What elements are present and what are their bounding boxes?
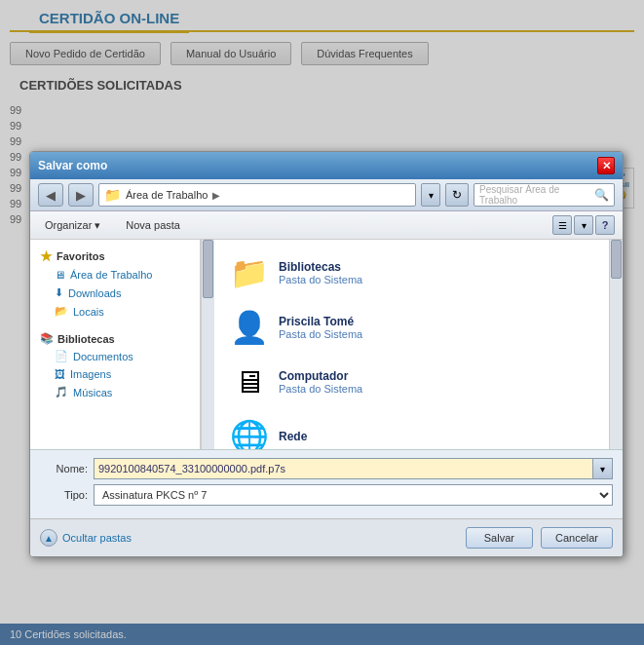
file-item-type: Pasta do Sistema <box>279 328 362 340</box>
type-label: Tipo: <box>40 489 94 501</box>
organizar-button[interactable]: Organizar ▾ <box>38 216 107 235</box>
nova-pasta-label: Nova pasta <box>126 219 180 231</box>
type-select[interactable]: Assinatura PKCS nº 7 <box>94 484 613 506</box>
name-input[interactable] <box>94 458 593 479</box>
sidebar-item-downloads[interactable]: ⬇ Downloads <box>30 284 200 302</box>
file-item-priscila[interactable]: 👤 Priscila Tomé Pasta do Sistema <box>224 304 599 351</box>
help-button[interactable]: ? <box>595 215 615 235</box>
file-item-type: Pasta do Sistema <box>279 274 362 285</box>
documentos-icon: 📄 <box>55 350 68 362</box>
file-sidebar: ★ Favoritos 🖥 Área de Trabalho ⬇ Downloa… <box>30 240 201 449</box>
sidebar-downloads-label: Downloads <box>68 287 121 299</box>
file-main: 📁 Bibliotecas Pasta do Sistema 👤 Priscil… <box>214 240 609 449</box>
rede-icon: 🌐 <box>230 417 269 449</box>
desktop-icon: 🖥 <box>55 269 65 281</box>
hide-folders-icon: ▲ <box>40 529 57 547</box>
locais-icon: 📂 <box>55 305 68 318</box>
location-dropdown-button[interactable]: ▾ <box>421 183 440 207</box>
location-chevron: ▶ <box>212 190 220 201</box>
view-buttons: ☰ ▾ ? <box>552 215 615 235</box>
priscila-icon: 👤 <box>230 308 269 347</box>
name-input-row: Nome: ▾ <box>40 458 613 479</box>
type-input-row: Tipo: Assinatura PKCS nº 7 <box>40 484 613 506</box>
musicas-icon: 🎵 <box>55 386 68 398</box>
favorites-label: Favoritos <box>57 250 105 262</box>
dialog-inputs: Nome: ▾ Tipo: Assinatura PKCS nº 7 <box>30 449 623 518</box>
sidebar-item-musicas[interactable]: 🎵 Músicas <box>30 383 200 401</box>
file-item-computador[interactable]: 🖥 Computador Pasta do Sistema <box>224 359 599 405</box>
sidebar-scrollbar[interactable] <box>201 240 214 449</box>
search-placeholder: Pesquisar Área de Trabalho <box>479 184 594 206</box>
dialog-actions: ▲ Ocultar pastas Salvar Cancelar <box>30 518 623 556</box>
downloads-icon: ⬇ <box>55 286 63 299</box>
save-dialog: Salvar como ✕ ◀ ▶ 📁 Área de Trabalho ▶ ▾… <box>29 151 624 557</box>
organizar-chevron-icon: ▾ <box>95 219 100 232</box>
favorites-section: ★ Favoritos <box>30 245 200 266</box>
sidebar-item-locais[interactable]: 📂 Locais <box>30 302 200 321</box>
location-path: Área de Trabalho <box>126 189 208 201</box>
back-button[interactable]: ◀ <box>38 183 63 207</box>
search-bar[interactable]: Pesquisar Área de Trabalho 🔍 <box>474 183 615 207</box>
sidebar-item-documentos[interactable]: 📄 Documentos <box>30 347 200 365</box>
search-icon: 🔍 <box>594 188 609 202</box>
sidebar-documentos-label: Documentos <box>73 351 133 362</box>
dialog-close-button[interactable]: ✕ <box>597 157 615 174</box>
view-dropdown-button[interactable]: ▾ <box>574 215 593 235</box>
dialog-toolbar: ◀ ▶ 📁 Área de Trabalho ▶ ▾ ↻ Pesquisar Á… <box>30 179 623 211</box>
file-scrollbar[interactable] <box>609 240 623 449</box>
organizar-label: Organizar <box>45 219 92 231</box>
file-item-name: Priscila Tomé <box>279 315 362 328</box>
sidebar-locais-label: Locais <box>73 306 104 318</box>
dialog-body: ★ Favoritos 🖥 Área de Trabalho ⬇ Downloa… <box>30 240 623 449</box>
salvar-button[interactable]: Salvar <box>466 527 533 549</box>
view-list-button[interactable]: ☰ <box>552 215 572 235</box>
page-background: CERTIDÃO ON-LINE Novo Pedido de Certidão… <box>0 0 644 645</box>
cancelar-button[interactable]: Cancelar <box>541 527 613 549</box>
libraries-section: 📚 Bibliotecas <box>30 328 200 347</box>
libraries-label: Bibliotecas <box>57 333 115 345</box>
nova-pasta-button[interactable]: Nova pasta <box>117 216 189 234</box>
file-item-info: Priscila Tomé Pasta do Sistema <box>279 315 362 340</box>
star-icon: ★ <box>40 248 53 264</box>
file-scrollbar-thumb <box>611 240 622 279</box>
dialog-toolbar2: Organizar ▾ Nova pasta ☰ ▾ ? <box>30 211 623 240</box>
sidebar-musicas-label: Músicas <box>73 387 112 398</box>
sidebar-divider <box>30 321 200 328</box>
bibliotecas-icon: 📁 <box>230 253 269 292</box>
file-item-name: Bibliotecas <box>279 260 362 274</box>
forward-button[interactable]: ▶ <box>68 183 94 207</box>
file-item-name: Rede <box>279 430 307 443</box>
file-item-info: Bibliotecas Pasta do Sistema <box>279 260 362 285</box>
file-item-type: Pasta do Sistema <box>279 383 362 395</box>
name-label: Nome: <box>40 463 94 474</box>
location-bar[interactable]: 📁 Área de Trabalho ▶ <box>98 183 416 207</box>
computador-icon: 🖥 <box>230 362 269 401</box>
folder-icon: 📁 <box>104 187 121 203</box>
file-item-bibliotecas[interactable]: 📁 Bibliotecas Pasta do Sistema <box>224 249 599 296</box>
sidebar-scrollbar-thumb <box>203 240 213 298</box>
imagens-icon: 🖼 <box>55 368 65 380</box>
sidebar-imagens-label: Imagens <box>70 368 111 380</box>
file-item-info: Rede <box>279 430 307 443</box>
file-item-info: Computador Pasta do Sistema <box>279 369 362 395</box>
file-item-name: Computador <box>279 369 362 383</box>
sidebar-item-imagens[interactable]: 🖼 Imagens <box>30 365 200 383</box>
hide-folders-label: Ocultar pastas <box>62 532 132 544</box>
dialog-titlebar: Salvar como ✕ <box>30 152 623 179</box>
libraries-icon: 📚 <box>40 332 54 345</box>
name-dropdown-button[interactable]: ▾ <box>593 458 613 479</box>
refresh-button[interactable]: ↻ <box>445 183 469 207</box>
dialog-title: Salvar como <box>38 159 107 172</box>
sidebar-item-desktop[interactable]: 🖥 Área de Trabalho <box>30 266 200 284</box>
file-item-rede[interactable]: 🌐 Rede <box>224 413 599 449</box>
sidebar-desktop-label: Área de Trabalho <box>70 269 152 281</box>
hide-folders-button[interactable]: ▲ Ocultar pastas <box>40 529 132 547</box>
action-buttons: Salvar Cancelar <box>466 527 613 549</box>
